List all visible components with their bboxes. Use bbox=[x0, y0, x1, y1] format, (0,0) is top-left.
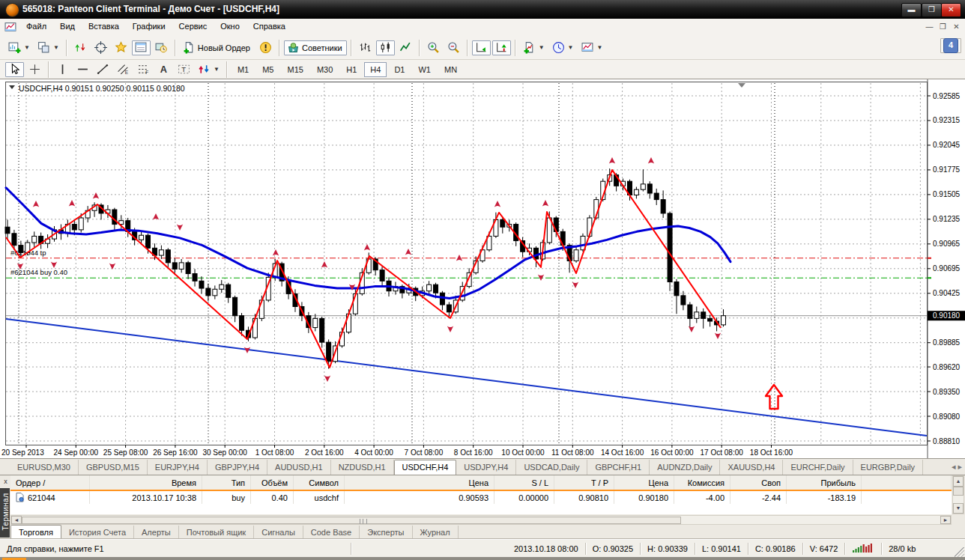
column-header-3[interactable]: Объём bbox=[251, 475, 294, 490]
terminal-tab-5[interactable]: Code Base bbox=[303, 526, 360, 540]
column-header-6[interactable]: S / L bbox=[494, 475, 554, 490]
crosshair-button[interactable] bbox=[25, 62, 44, 77]
timeframe-h4-button[interactable]: H4 bbox=[364, 62, 387, 77]
column-header-11[interactable]: Прибыль bbox=[787, 475, 862, 490]
menu-item-3[interactable]: Графики bbox=[126, 19, 172, 36]
column-header-4[interactable]: Символ bbox=[294, 475, 345, 490]
timeframe-mn-button[interactable]: MN bbox=[438, 62, 463, 77]
timeframe-w1-button[interactable]: W1 bbox=[412, 62, 437, 77]
label-button[interactable]: T bbox=[175, 62, 193, 77]
terminal-tab-1[interactable]: История Счета bbox=[61, 526, 134, 540]
close-button[interactable]: ✕ bbox=[941, 3, 961, 17]
maximize-button[interactable]: ❒ bbox=[922, 3, 942, 17]
data-window-button[interactable] bbox=[132, 40, 151, 55]
chart-tab-usdchf-h4[interactable]: USDCHF,H4 bbox=[394, 460, 457, 476]
scrollbar-grip[interactable] bbox=[360, 519, 367, 524]
terminal-tab-4[interactable]: Сигналы bbox=[254, 526, 303, 540]
chart-canvas[interactable]: #621044 tp#621044 buy 0.400.925850.92315… bbox=[0, 79, 965, 459]
chart-tab-usdcad-daily[interactable]: USDCAD,Daily bbox=[516, 460, 587, 476]
chart-tab-audnzd-daily[interactable]: AUDNZD,Daily bbox=[650, 460, 720, 476]
chart-tab-usdjpy-h4[interactable]: USDJPY,H4 bbox=[456, 460, 516, 476]
timeframe-m15-button[interactable]: M15 bbox=[281, 62, 309, 77]
column-header-1[interactable]: Время bbox=[90, 475, 202, 490]
new-order-button[interactable]: Новый Ордер bbox=[180, 40, 255, 55]
terminal-tab-2[interactable]: Алерты bbox=[134, 526, 179, 540]
table-vertical-scrollbar[interactable]: ▲ ▼ bbox=[952, 475, 964, 514]
periods-button[interactable]: ▼ bbox=[549, 40, 577, 55]
menu-item-6[interactable]: Справка bbox=[246, 19, 292, 36]
timeframe-m30-button[interactable]: M30 bbox=[311, 62, 339, 77]
chart-tab-gbpusd-m15[interactable]: GBPUSD,M15 bbox=[79, 460, 148, 476]
templates-button[interactable]: ▼ bbox=[578, 40, 606, 55]
profiles-button[interactable]: ▼ bbox=[34, 40, 62, 55]
indicators-button[interactable]: ▼ bbox=[520, 40, 548, 55]
menu-item-0[interactable]: Файл bbox=[19, 19, 53, 36]
chart-shift-button[interactable] bbox=[492, 40, 511, 55]
menu-item-2[interactable]: Вставка bbox=[82, 19, 126, 36]
terminal-tab-7[interactable]: Журнал bbox=[413, 526, 459, 540]
scroll-left-icon[interactable]: ◄ bbox=[11, 516, 22, 524]
trendline-button[interactable] bbox=[94, 62, 112, 77]
mdi-restore-button[interactable]: ❒ bbox=[937, 22, 949, 32]
menu-item-4[interactable]: Сервис bbox=[172, 19, 214, 36]
scrollbar-thumb[interactable] bbox=[953, 487, 964, 496]
strategy-tester-button[interactable] bbox=[152, 40, 171, 55]
chart-tab-xauusd-h4[interactable]: XAUUSD,H4 bbox=[720, 460, 783, 476]
timeframe-h1-button[interactable]: H1 bbox=[340, 62, 363, 77]
column-header-9[interactable]: Комиссия bbox=[674, 475, 730, 490]
mdi-close-button[interactable]: ✕ bbox=[951, 22, 962, 32]
chart-window[interactable]: #621044 tp#621044 buy 0.400.925850.92315… bbox=[0, 79, 965, 459]
crosshair-target-button[interactable] bbox=[91, 40, 110, 55]
chart-tab-nzdusd-h1[interactable]: NZDUSD,H1 bbox=[331, 460, 394, 476]
new-chart-button[interactable]: ▼ bbox=[5, 40, 33, 55]
zoom-out-button[interactable] bbox=[444, 40, 463, 55]
column-header-8[interactable]: Цена bbox=[614, 475, 674, 490]
terminal-close-icon[interactable]: x bbox=[1, 478, 10, 486]
chart-bars-button[interactable] bbox=[356, 40, 375, 55]
vline-button[interactable] bbox=[53, 62, 72, 77]
text-button[interactable]: A bbox=[154, 62, 173, 77]
cursor-button[interactable] bbox=[5, 62, 24, 77]
favorites-button[interactable] bbox=[112, 40, 130, 55]
symbols-button[interactable] bbox=[71, 40, 90, 55]
terminal-side-tab[interactable]: Терминал bbox=[0, 488, 10, 538]
timeframe-d1-button[interactable]: D1 bbox=[388, 62, 411, 77]
chart-tab-eurjpy-h4[interactable]: EURJPY,H4 bbox=[148, 460, 208, 476]
hline-button[interactable] bbox=[73, 62, 92, 77]
column-header-10[interactable]: Своп bbox=[730, 475, 787, 490]
mdi-minimize-button[interactable]: — bbox=[924, 22, 935, 32]
chart-tab-eurchf-daily[interactable]: EURCHF,Daily bbox=[783, 460, 853, 476]
chart-tab-eurgbp-daily[interactable]: EURGBP,Daily bbox=[853, 460, 924, 476]
shapes-button[interactable]: ▼ bbox=[195, 62, 223, 77]
chart-line-button[interactable] bbox=[396, 40, 415, 55]
chart-tab-gbpchf-h1[interactable]: GBPCHF,H1 bbox=[587, 460, 650, 476]
resize-grip[interactable] bbox=[955, 547, 964, 557]
timeframe-m5-button[interactable]: M5 bbox=[256, 62, 279, 77]
zoom-in-button[interactable] bbox=[424, 40, 443, 55]
channel-button[interactable]: E bbox=[114, 62, 133, 77]
table-horizontal-scrollbar[interactable]: ◄ ► bbox=[10, 515, 952, 525]
notifications-button[interactable]: 4 bbox=[940, 38, 961, 53]
scroll-up-icon[interactable]: ▲ bbox=[953, 476, 964, 487]
scroll-right-icon[interactable]: ► bbox=[940, 516, 951, 524]
chart-tab-eurusd-m30[interactable]: EURUSD,M30 bbox=[10, 460, 79, 476]
menu-item-1[interactable]: Вид bbox=[53, 19, 82, 36]
hscrollbar-thumb[interactable] bbox=[22, 517, 681, 524]
warning-button[interactable] bbox=[256, 40, 275, 55]
column-header-0[interactable]: Ордер / bbox=[10, 475, 90, 490]
timeframe-m1-button[interactable]: M1 bbox=[232, 62, 255, 77]
chart-candles-button[interactable] bbox=[376, 40, 395, 55]
column-header-2[interactable]: Тип bbox=[202, 475, 251, 490]
advisors-button[interactable]: Советники bbox=[284, 40, 347, 55]
chart-tab-audusd-h1[interactable]: AUDUSD,H1 bbox=[267, 460, 331, 476]
column-header-7[interactable]: T / P bbox=[554, 475, 614, 490]
scroll-down-icon[interactable]: ▼ bbox=[953, 503, 964, 514]
autoscroll-button[interactable] bbox=[472, 40, 491, 55]
column-header-5[interactable]: Цена bbox=[345, 475, 494, 490]
menu-item-5[interactable]: Окно bbox=[214, 19, 246, 36]
tab-scroll-arrows[interactable]: ◂ ▸ bbox=[952, 462, 962, 472]
minimize-button[interactable]: ▬ bbox=[901, 3, 922, 17]
fibonacci-button[interactable]: F bbox=[134, 62, 153, 77]
table-row[interactable]: 6210442013.10.17 10:38buy0.40usdchf0.905… bbox=[10, 491, 952, 504]
chart-tab-gbpjpy-h4[interactable]: GBPJPY,H4 bbox=[208, 460, 267, 476]
